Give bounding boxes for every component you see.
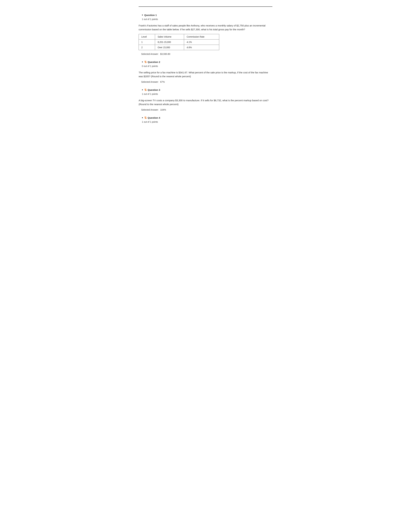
question-1-points: 1 out of 1 points	[142, 18, 272, 20]
page: • Question 1 1 out of 1 points Frank's F…	[129, 0, 282, 138]
question-2-points: 0 out of 1 points	[142, 65, 272, 67]
table-cell-sales-2: Over 15,000	[155, 45, 184, 50]
question-1-body: Frank's Factories has a staff of sales p…	[139, 24, 272, 31]
question-3-header: • ⇅ Question 3	[142, 88, 272, 92]
question-3-body: A big-screen TV costs a company $3,300 t…	[139, 98, 272, 106]
table-cell-rate-1: 4.1%	[184, 39, 219, 45]
selected-answer-label-q1: Selected Answer:	[141, 53, 159, 55]
question-1-selected-answer: Selected Answer: $3,930.80	[140, 53, 272, 55]
selected-answer-value-q1: $3,930.80	[160, 53, 170, 55]
commission-table: Level Sales Volume Commission Rate 1 8,2…	[139, 34, 219, 50]
table-cell-rate-2: 4.6%	[184, 45, 219, 50]
question-block-2: • ⇅ Question 2 0 out of 1 points The sel…	[139, 60, 272, 83]
selected-answer-value-q2: 67%	[160, 81, 165, 83]
question-3-title: Question 3	[148, 88, 160, 91]
bullet-icon-q2: •	[142, 60, 143, 64]
question-4-header: • ⇅ Question 4	[142, 116, 272, 120]
question-4-title: Question 4	[148, 116, 160, 119]
question-block-3: • ⇅ Question 3 1 out of 1 points A big-s…	[139, 88, 272, 111]
question-3-selected-answer: Selected Answer: 104%	[140, 108, 272, 111]
bullet-icon-q4: •	[142, 116, 143, 120]
question-1-header: • Question 1	[142, 13, 272, 17]
selected-answer-value-q3: 104%	[160, 108, 166, 111]
question-1-title: Question 1	[144, 14, 157, 17]
table-header-level: Level	[139, 34, 155, 39]
table-header-commission-rate: Commission Rate	[184, 34, 219, 39]
question-2-body: The selling price for a fax machine is $…	[139, 71, 272, 78]
question-2-selected-answer: Selected Answer: 67%	[140, 81, 272, 83]
bullet-icon-q1: •	[142, 13, 143, 17]
table-row: 1 8,201-15,000 4.1%	[139, 39, 219, 45]
sort-icon-q3: ⇅	[144, 88, 147, 92]
question-block-4: • ⇅ Question 4 1 out of 1 points	[139, 116, 272, 123]
table-cell-sales-1: 8,201-15,000	[155, 39, 184, 45]
question-2-title: Question 2	[148, 61, 160, 63]
table-cell-level-1: 1	[139, 39, 155, 45]
bullet-icon-q3: •	[142, 88, 143, 92]
question-block-1: • Question 1 1 out of 1 points Frank's F…	[139, 13, 272, 55]
table-cell-level-2: 2	[139, 45, 155, 50]
top-border	[139, 6, 272, 7]
question-3-points: 1 out of 1 points	[142, 93, 272, 95]
sort-icon-q2: ⇅	[144, 60, 147, 64]
question-2-header: • ⇅ Question 2	[142, 60, 272, 64]
table-row: 2 Over 15,000 4.6%	[139, 45, 219, 50]
selected-answer-label-q3: Selected Answer:	[141, 108, 159, 111]
question-4-points: 1 out of 1 points	[142, 121, 272, 123]
table-header-sales-volume: Sales Volume	[155, 34, 184, 39]
sort-icon-q4: ⇅	[144, 116, 147, 120]
selected-answer-label-q2: Selected Answer:	[141, 81, 159, 83]
